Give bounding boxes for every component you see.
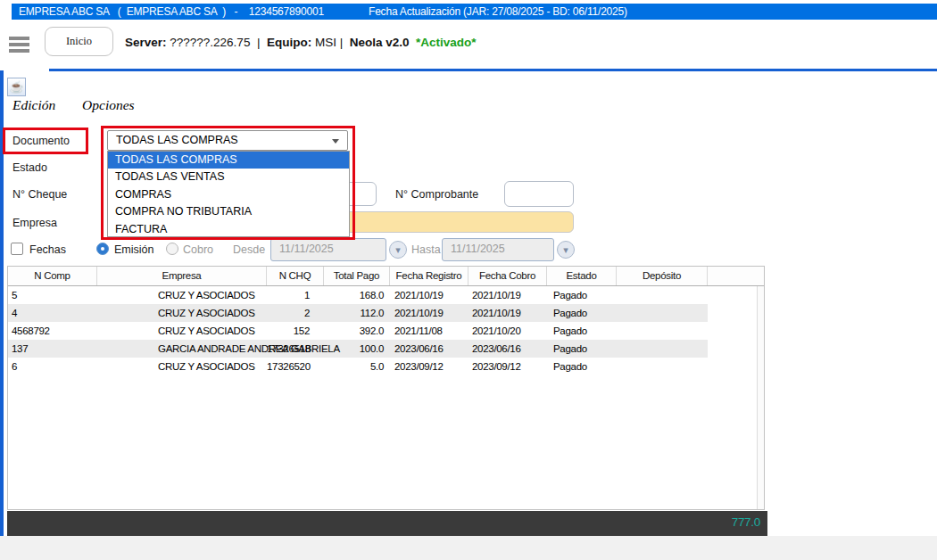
- table-cell: 2021/10/19: [390, 286, 468, 304]
- table-cell: 6: [8, 358, 97, 375]
- documento-label: Documento: [12, 135, 70, 147]
- table-row[interactable]: 6CRUZ Y ASOCIADOS173265205.02023/09/1220…: [8, 358, 708, 375]
- column-header[interactable]: N Comp: [8, 267, 97, 285]
- hasta-calendar-icon[interactable]: ▾: [557, 241, 575, 259]
- menu-edicion[interactable]: Edición: [12, 97, 55, 112]
- table-cell: [617, 322, 708, 340]
- menu-hamburger-icon[interactable]: [9, 37, 29, 53]
- equipo-value: MSI: [311, 36, 336, 49]
- table-cell: 100.0: [324, 340, 390, 358]
- table-cell: 2021/10/19: [468, 304, 547, 322]
- emision-label: Emisión: [114, 243, 153, 256]
- chevron-down-icon: [332, 139, 339, 144]
- java-app-icon: ☕: [7, 78, 26, 96]
- table-cell: CRUZ Y ASOCIADOS: [97, 358, 267, 375]
- table-cell: 2021/10/19: [390, 304, 468, 322]
- column-header-filler: [708, 267, 764, 285]
- table-row[interactable]: 137GARCIA ANDRADE ANDREA GABRIELA1732651…: [8, 340, 708, 358]
- table-cell: Pagado: [547, 304, 617, 322]
- hasta-date-input[interactable]: 11/11/2025: [442, 238, 554, 261]
- separator: |: [253, 36, 267, 49]
- table-cell: 2021/10/19: [468, 286, 547, 304]
- window-left-border: [0, 70, 4, 560]
- toolbar-divider: [49, 69, 937, 71]
- activated-badge: *Activado*: [409, 36, 476, 49]
- desde-calendar-icon[interactable]: ▾: [389, 241, 407, 259]
- table-cell: GARCIA ANDRADE ANDREA GABRIELA: [97, 340, 267, 358]
- table-cell: 137: [8, 340, 97, 358]
- empresa-label: Empresa: [12, 217, 57, 229]
- update-date-label: Fecha Actualización (JAR: 27/08/2025 - B…: [369, 4, 627, 20]
- dropdown-option[interactable]: COMPRA NO TRIBUTARIA: [108, 203, 349, 220]
- comprobante-label: N° Comprobante: [395, 188, 478, 201]
- emision-radio[interactable]: [96, 243, 109, 255]
- column-header[interactable]: Fecha Registro: [390, 267, 468, 285]
- total-amount: 777.0: [732, 515, 760, 529]
- table-cell: CRUZ Y ASOCIADOS: [97, 286, 267, 304]
- cobro-label: Cobro: [183, 243, 213, 256]
- table-header: N CompEmpresaN CHQTotal PagoFecha Regist…: [8, 267, 764, 286]
- server-label: Server:: [125, 36, 167, 49]
- column-header[interactable]: Total Pago: [324, 267, 390, 285]
- title-bar: EMPRESA ABC SA ( EMPRESA ABC SA ) - 1234…: [12, 4, 937, 20]
- window-title: EMPRESA ABC SA ( EMPRESA ABC SA ) - 1234…: [19, 4, 324, 20]
- table-cell: CRUZ Y ASOCIADOS: [97, 304, 267, 322]
- table-cell: 2021/11/08: [390, 322, 468, 340]
- app-version: Neola v2.0: [350, 36, 410, 49]
- column-header[interactable]: N CHQ: [267, 267, 324, 285]
- documento-dropdown-list: TODAS LAS COMPRASTODAS LAS VENTASCOMPRAS…: [107, 151, 350, 237]
- dropdown-option[interactable]: FACTURA: [108, 221, 349, 237]
- table-cell: Pagado: [547, 286, 617, 304]
- bottom-margin: [0, 536, 937, 560]
- table-cell: 2023/09/12: [468, 358, 547, 375]
- cheque-label: N° Cheque: [12, 188, 67, 201]
- desde-date-input[interactable]: 11/11/2025: [270, 238, 386, 261]
- table-cell: 152: [267, 322, 324, 340]
- documento-dropdown-value: TODAS LAS COMPRAS: [116, 134, 238, 146]
- dropdown-option[interactable]: TODAS LAS COMPRAS: [108, 152, 349, 169]
- hasta-datepicker: 11/11/2025 ▾: [442, 238, 575, 261]
- application-window: EMPRESA ABC SA ( EMPRESA ABC SA ) - 1234…: [0, 0, 937, 560]
- table-cell: 5: [8, 286, 97, 304]
- column-header[interactable]: Depósito: [617, 267, 708, 285]
- table-cell: 168.0: [324, 286, 390, 304]
- column-header[interactable]: Fecha Cobro: [468, 267, 547, 285]
- table-cell: [617, 304, 708, 322]
- documento-dropdown[interactable]: TODAS LAS COMPRAS: [107, 130, 348, 151]
- table-cell: Pagado: [547, 358, 617, 375]
- fechas-checkbox[interactable]: [11, 243, 23, 255]
- table-cell: 4: [8, 304, 97, 322]
- table-row[interactable]: 4CRUZ Y ASOCIADOS2112.02021/10/192021/10…: [8, 304, 708, 322]
- dropdown-option[interactable]: TODAS LAS VENTAS: [108, 169, 349, 185]
- table-cell: 2021/10/20: [468, 322, 547, 340]
- table-cell: 392.0: [324, 322, 390, 340]
- table-cell: 2: [267, 304, 324, 322]
- table-cell: 17326520: [267, 358, 324, 375]
- table-cell: [617, 340, 708, 358]
- table-cell: Pagado: [547, 340, 617, 358]
- dropdown-option[interactable]: COMPRAS: [108, 186, 349, 203]
- table-cell: 17326518: [267, 340, 324, 358]
- column-header[interactable]: Estado: [547, 267, 617, 285]
- table-cell: [617, 358, 708, 375]
- cobro-radio[interactable]: [166, 243, 178, 255]
- table-cell: 5.0: [324, 358, 390, 375]
- vertical-scrollbar[interactable]: [757, 286, 764, 509]
- equipo-label: Equipo:: [267, 36, 311, 49]
- column-header[interactable]: Empresa: [97, 267, 267, 285]
- table-cell: 2023/06/16: [390, 340, 468, 358]
- table-row[interactable]: 4568792CRUZ Y ASOCIADOS152392.02021/11/0…: [8, 322, 708, 340]
- inicio-button[interactable]: Inicio: [45, 27, 113, 56]
- estado-label: Estado: [12, 161, 47, 174]
- server-info: Server: ??????.226.75 | Equipo: MSI | Ne…: [125, 36, 477, 49]
- desde-label: Desde: [233, 243, 265, 256]
- comprobante-input[interactable]: [504, 181, 574, 207]
- table-row[interactable]: 5CRUZ Y ASOCIADOS1168.02021/10/192021/10…: [8, 286, 708, 304]
- menu-opciones[interactable]: Opciones: [82, 97, 135, 112]
- table-body: 5CRUZ Y ASOCIADOS1168.02021/10/192021/10…: [8, 286, 764, 375]
- table-cell: 2023/06/16: [468, 340, 547, 358]
- fechas-label: Fechas: [29, 243, 66, 256]
- server-value: ??????.226.75: [167, 36, 254, 49]
- desde-datepicker: 11/11/2025 ▾: [270, 238, 407, 261]
- menu-bar: Edición Opciones: [12, 97, 158, 113]
